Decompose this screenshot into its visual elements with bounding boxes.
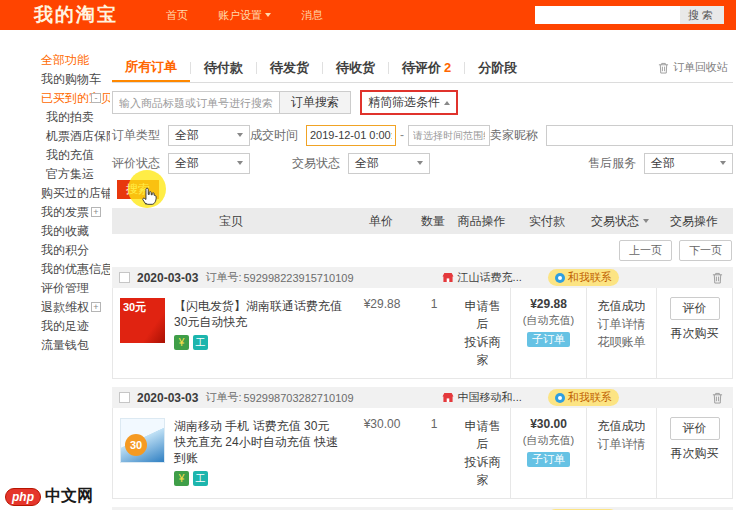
sidebar-item-review-management[interactable]: 评价管理 [0, 279, 110, 298]
next-page-button[interactable]: 下一页 [679, 240, 732, 261]
shop-link[interactable]: 中国移动和... [442, 390, 522, 405]
sidebar-item-cart[interactable]: 我的购物车 [0, 70, 110, 89]
unit-price: ¥29.88 [351, 288, 413, 378]
trade-status-header-label: 交易状态 [591, 213, 639, 230]
paid-note: (自动充值) [515, 313, 582, 328]
sidebar-item-my-favorites[interactable]: 我的收藏 [0, 222, 110, 241]
tab-pending-shipment[interactable]: 待发货 [257, 53, 322, 82]
product-cell: 30 湖南移动 手机 话费充值 30元 快充直充 24小时自动充值 快速到账 ¥… [113, 408, 351, 498]
order-checkbox[interactable] [119, 392, 130, 403]
report-seller-link[interactable]: 投诉商家 [459, 333, 506, 369]
buy-again-link[interactable]: 再次购买 [661, 445, 728, 462]
trash-icon [658, 62, 669, 74]
delete-order-button[interactable] [712, 392, 723, 404]
prev-page-button[interactable]: 上一页 [619, 240, 672, 261]
expand-toggle-icon[interactable]: + [91, 302, 101, 312]
chevron-down-icon [417, 161, 423, 165]
filter-seller: 卖家昵称 [490, 125, 733, 146]
order-checkbox[interactable] [119, 272, 130, 283]
aftersale-select[interactable]: 全部 [644, 153, 733, 174]
nav-account-settings-label: 账户设置 [218, 8, 262, 23]
collapse-toggle-icon[interactable]: - [91, 93, 101, 103]
trade-status: 充值成功 [591, 297, 652, 315]
product-image-unicom-card[interactable]: 30元 [120, 298, 165, 343]
rate-status-select[interactable]: 全部 [168, 153, 250, 174]
order-type-select[interactable]: 全部 [168, 125, 250, 146]
filter-search-button[interactable]: 搜索 [117, 180, 159, 199]
filter-order-type: 订单类型 全部 [112, 125, 250, 146]
seller-nickname-input[interactable] [546, 125, 733, 146]
tab-pending-payment[interactable]: 待付款 [191, 53, 256, 82]
buy-again-link[interactable]: 再次购买 [661, 325, 728, 342]
tab-all-orders[interactable]: 所有订单 [112, 53, 190, 82]
sidebar-item-my-recharge[interactable]: 我的充值 [0, 146, 110, 165]
nav-messages[interactable]: 消息 [301, 8, 323, 23]
sidebar-item-my-footprints[interactable]: 我的足迹 [0, 317, 110, 336]
order-search-button[interactable]: 订单搜索 [280, 91, 351, 114]
sidebar-item-all-functions[interactable]: 全部功能 [0, 51, 110, 70]
rate-button[interactable]: 评价 [670, 297, 720, 320]
order-recycle-bin-link[interactable]: 订单回收站 [658, 60, 728, 75]
tab-pending-receipt[interactable]: 待收货 [323, 53, 388, 82]
tab-staged[interactable]: 分阶段 [465, 53, 530, 82]
order-detail-link[interactable]: 订单详情 [591, 315, 652, 333]
sidebar-item-my-auction[interactable]: 我的拍卖 [0, 108, 110, 127]
status-cell: 充值成功 订单详情 花呗账单 [586, 288, 656, 378]
sidebar-item-my-coupons[interactable]: 我的优惠信息 [0, 260, 110, 279]
sidebar-item-visited-shops[interactable]: 购买过的店铺 [0, 184, 110, 203]
sidebar-item-label: 我的积分 [41, 243, 89, 257]
topbar-search-button[interactable]: 搜索 [680, 6, 724, 24]
tab-pending-review[interactable]: 待评价2 [389, 53, 464, 82]
sidebar-item-label: 我的购物车 [41, 72, 101, 86]
order-date: 2020-03-03 [137, 391, 198, 405]
col-header-trade-status[interactable]: 交易状态 [585, 213, 655, 230]
product-image-mobile-card[interactable]: 30 [120, 418, 165, 463]
sidebar-item-my-invoice[interactable]: 我的发票+ [0, 203, 110, 222]
pagination: 上一页 下一页 [112, 240, 732, 261]
order-search-input[interactable] [112, 91, 280, 114]
chevron-down-icon [237, 133, 243, 137]
sidebar-item-label: 我的拍卖 [46, 110, 94, 124]
item-ops-cell: 申请售后 投诉商家 [455, 408, 510, 498]
rate-status-value: 全部 [175, 155, 199, 172]
col-header-quantity: 数量 [412, 213, 454, 230]
contact-me-badge[interactable]: 和我联系 [548, 269, 619, 286]
huabei-bill-link[interactable]: 花呗账单 [591, 333, 652, 351]
product-info: 【闪电发货】湖南联通话费充值30元自动快充 ¥ 工 [174, 298, 344, 368]
item-ops-cell: 申请售后 投诉商家 [455, 288, 510, 378]
sidebar-item-label: 我的足迹 [41, 319, 89, 333]
nav-home[interactable]: 首页 [166, 8, 188, 23]
topbar-search-input[interactable] [535, 6, 680, 24]
product-title-link[interactable]: 【闪电发货】湖南联通话费充值30元自动快充 [174, 298, 344, 330]
sidebar-item-label: 我的收藏 [41, 224, 89, 238]
nav-home-label: 首页 [166, 8, 188, 23]
sidebar-item-label: 流量钱包 [41, 338, 89, 352]
delete-order-button[interactable] [712, 272, 723, 284]
shop-link[interactable]: 江山话费充... [442, 270, 522, 285]
sidebar-item-official-consolidation[interactable]: 官方集运 [0, 165, 110, 184]
nav-account-settings[interactable]: 账户设置 [218, 8, 271, 23]
trade-status-select[interactable]: 全部 [348, 153, 430, 174]
quantity: 1 [413, 288, 455, 378]
deal-time-to-input[interactable] [408, 125, 490, 146]
rate-button[interactable]: 评价 [670, 417, 720, 440]
order-type-label: 订单类型 [112, 127, 160, 144]
col-header-unit-price: 单价 [350, 213, 412, 230]
sidebar-item-label: 我的充值 [46, 148, 94, 162]
sidebar-item-purchased-items[interactable]: 已买到的宝贝- [0, 89, 110, 108]
sidebar-item-flight-hotel-insurance[interactable]: 机票酒店保险 [0, 127, 110, 146]
report-seller-link[interactable]: 投诉商家 [459, 453, 506, 489]
date-range-separator: - [400, 128, 404, 142]
collapse-filters-link[interactable]: 精简筛选条件 [368, 94, 440, 111]
expand-toggle-icon[interactable]: + [91, 207, 101, 217]
sidebar-item-refund-rights[interactable]: 退款维权+ [0, 298, 110, 317]
contact-me-badge[interactable]: 和我联系 [548, 389, 619, 406]
apply-aftersale-link[interactable]: 申请售后 [459, 297, 506, 333]
apply-aftersale-link[interactable]: 申请售后 [459, 417, 506, 453]
sidebar-item-data-package[interactable]: 流量钱包 [0, 336, 110, 355]
shop-icon [442, 272, 454, 283]
deal-time-from-input[interactable] [306, 125, 396, 146]
sidebar-item-my-points[interactable]: 我的积分 [0, 241, 110, 260]
order-detail-link[interactable]: 订单详情 [591, 435, 652, 453]
product-title-link[interactable]: 湖南移动 手机 话费充值 30元 快充直充 24小时自动充值 快速到账 [174, 418, 344, 466]
